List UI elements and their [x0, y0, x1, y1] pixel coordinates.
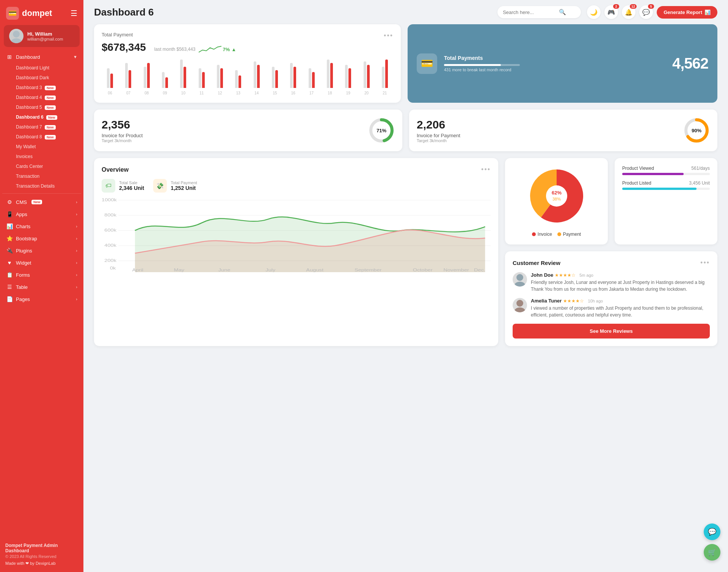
sidebar-sub-dashboard-4[interactable]: Dashboard 4 New — [2, 92, 81, 102]
reviewer-avatar-2 — [513, 298, 527, 312]
invoice-payment-donut: 90% — [683, 117, 710, 144]
sidebar-item-table[interactable]: ☰ Table › — [2, 281, 81, 293]
footer-copyright: © 2023 All Rights Reserved — [5, 554, 78, 559]
payment-legend: Payment — [557, 232, 581, 237]
generate-report-button[interactable]: Generate Report 📊 — [657, 6, 717, 19]
search-input[interactable] — [503, 9, 556, 15]
chevron-right-icon: › — [76, 273, 77, 277]
pie-chart-card: 62% 38% Invoice Payment — [505, 158, 608, 244]
review-options-button[interactable]: ••• — [700, 259, 710, 267]
bar-group — [230, 70, 246, 88]
sidebar-sub-transaction[interactable]: Transaction — [2, 171, 81, 181]
sidebar-sub-dashboard-8[interactable]: Dashboard 8 New — [2, 132, 81, 142]
bar-gray — [290, 63, 293, 88]
bar-group — [285, 63, 301, 88]
bootstrap-icon: ⭐ — [6, 235, 13, 241]
sidebar-item-pages[interactable]: 📄 Pages › — [2, 293, 81, 305]
pie-svg: 62% 38% — [526, 166, 587, 226]
bar-gray — [180, 60, 183, 88]
bar-red — [147, 63, 150, 88]
bar-label: 11 — [193, 91, 210, 95]
cart-fab-button[interactable]: 🛒 — [704, 544, 720, 561]
sidebar-item-charts[interactable]: 📊 Charts › — [2, 220, 81, 232]
bar-group — [212, 65, 228, 88]
widget-label: Widget — [16, 260, 31, 266]
overview-title: Overview — [102, 166, 129, 173]
chat-fab-button[interactable]: 💬 — [704, 523, 720, 540]
bar-pair — [162, 72, 168, 88]
theme-toggle-button[interactable]: 🌙 — [587, 5, 601, 19]
sidebar-sub-transaction-details[interactable]: Transaction Details — [2, 181, 81, 191]
pie-legend: Invoice Payment — [532, 232, 581, 237]
bar-gray — [327, 60, 329, 88]
sidebar-sub-my-wallet[interactable]: My Wallet — [2, 142, 81, 152]
payment-legend-label: Payment — [563, 232, 581, 237]
overview-options-button[interactable]: ••• — [481, 166, 491, 174]
bar-label: 09 — [157, 91, 173, 95]
games-button[interactable]: 🎮 2 — [604, 5, 618, 19]
bar-pair — [327, 60, 333, 88]
payment-dot — [557, 232, 561, 236]
bar-pair — [290, 63, 296, 88]
total-payment-card: Total Payment ••• $678,345 last month $5… — [94, 24, 401, 103]
sidebar-item-plugins[interactable]: 🔌 Plugins › — [2, 244, 81, 257]
payments-blue-value: 4,562 — [672, 55, 708, 72]
bar-gray — [309, 68, 311, 88]
table-icon: ☰ — [6, 284, 13, 290]
invoice-product-value: 2,356 — [102, 118, 143, 131]
bar-pair — [345, 65, 351, 88]
sidebar-sub-dashboard-7[interactable]: Dashboard 7 New — [2, 122, 81, 132]
bar-label: 06 — [102, 91, 118, 95]
sidebar-item-bootstrap[interactable]: ⭐ Bootstrap › — [2, 232, 81, 244]
bar-label: 10 — [175, 91, 191, 95]
sidebar-item-widget[interactable]: ♥ Widget › — [2, 257, 81, 269]
sidebar-item-cms[interactable]: ⚙ CMS New › — [2, 196, 81, 208]
sidebar-item-forms[interactable]: 📋 Forms › — [2, 269, 81, 281]
sidebar-sub-invoices[interactable]: Invoices — [2, 152, 81, 161]
messages-button[interactable]: 💬 5 — [639, 5, 653, 19]
sidebar-sub-dashboard-3[interactable]: Dashboard 3 New — [2, 83, 81, 92]
payments-blue-label: Total Payments — [444, 55, 665, 61]
review-item-2: Amelia Tuner ★★★★☆ 10h ago I viewed a nu… — [513, 298, 710, 318]
hamburger-icon[interactable]: ☰ — [71, 9, 77, 18]
sidebar-sub-dashboard-light[interactable]: Dashboard Light — [2, 63, 81, 73]
sidebar-sub-dashboard-5[interactable]: Dashboard 5 New — [2, 102, 81, 112]
sidebar-logo[interactable]: 💳 dompet — [6, 7, 52, 20]
svg-point-30 — [515, 282, 525, 287]
bar-label: 17 — [303, 91, 320, 95]
payments-progress-fill — [444, 64, 501, 66]
sidebar-user: Hi, William william@gmail.com — [4, 25, 80, 47]
bar-gray — [364, 61, 366, 88]
sidebar-footer: Dompet Payment Admin Dashboard © 2023 Al… — [0, 539, 83, 566]
sidebar-nav: ⊞ Dashboard ▼ Dashboard Light Dashboard … — [0, 51, 83, 539]
footer-brand: Dompet Payment Admin Dashboard — [5, 543, 78, 553]
sidebar-sub-dashboard-dark[interactable]: Dashboard Dark — [2, 73, 81, 83]
bar-group — [193, 68, 210, 88]
invoice-payment-card: 2,206 Invoice for Payment Target 3k/mont… — [409, 110, 717, 151]
sidebar-sub-cards-center[interactable]: Cards Center — [2, 161, 81, 171]
bar-pair — [272, 67, 278, 88]
sidebar-sub-dashboard-6[interactable]: Dashboard 6 New — [2, 112, 81, 122]
bar-chart-bars — [102, 58, 393, 89]
payment-icon: 💸 — [153, 179, 167, 193]
forms-label: Forms — [16, 272, 30, 278]
invoice-payment-label: Invoice for Payment — [417, 133, 460, 138]
sidebar-item-dashboard[interactable]: ⊞ Dashboard ▼ — [2, 51, 81, 63]
messages-badge: 5 — [648, 4, 654, 9]
user-email: william@gmail.com — [27, 37, 63, 41]
charts-icon: 📊 — [6, 223, 13, 229]
trend-percent: 7% — [223, 47, 230, 52]
payments-card-icon: 💳 — [417, 53, 437, 74]
card-options-button[interactable]: ••• — [384, 32, 393, 40]
see-more-reviews-button[interactable]: See More Reviews — [513, 324, 710, 338]
notifications-button[interactable]: 🔔 12 — [622, 5, 635, 19]
invoice-product-donut: 71% — [368, 117, 395, 144]
svg-text:200k: 200k — [104, 259, 117, 263]
svg-text:July: July — [265, 268, 276, 272]
last-month-text: last month $563,443 — [154, 47, 196, 52]
trend-indicator: 7% ▲ — [199, 45, 237, 54]
row-2: 2,356 Invoice for Product Target 3k/mont… — [94, 110, 717, 151]
sidebar-item-apps[interactable]: 📱 Apps › — [2, 208, 81, 220]
bar-gray — [235, 70, 238, 88]
bar-red — [330, 63, 333, 88]
